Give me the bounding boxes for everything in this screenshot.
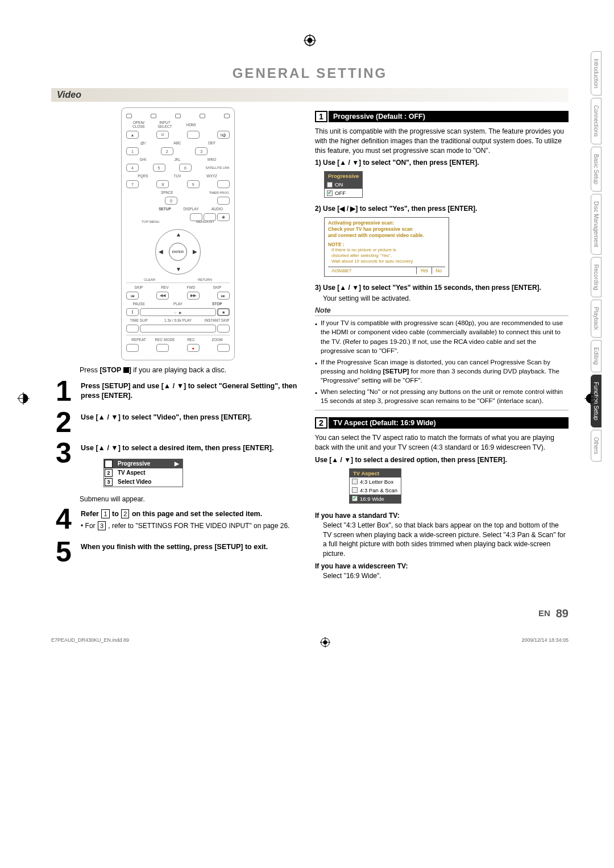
substep-4: Use [▲ / ▼] to select a desired option, … <box>315 456 569 464</box>
submenu-osd: 1Progressive▶ 2TV Aspect 3Select Video <box>103 459 183 487</box>
rev-icon: ◀◀ <box>156 292 169 300</box>
remote-illustration: OPEN/ CLOSE INPUT SELECT HDMI ▲ ⊙ I/⏻ .@… <box>121 107 235 360</box>
right-arrow-icon: ▶ <box>193 248 197 255</box>
osd-progressive: Progressive ON OFF <box>324 171 363 198</box>
widescreen-tv-heading: If you have a widescreen TV: <box>315 562 569 570</box>
section-header: Video <box>51 88 569 102</box>
step-5: 5 When you finish with the setting, pres… <box>51 541 305 563</box>
enter-button: ENTER <box>169 243 187 261</box>
step-2: 2 Use [▲ / ▼] to select "Video", then pr… <box>51 411 305 434</box>
open-close-button: ▲ <box>126 131 139 139</box>
skip-next-icon: ⏭ <box>217 292 230 300</box>
step-3: 3 Use [▲ / ▼] to select a desired item, … <box>51 442 305 491</box>
progressive-intro: This unit is compatible with the progres… <box>315 127 569 155</box>
submenu-note: Submenu will appear. <box>80 495 305 503</box>
stop-square-icon <box>123 367 129 373</box>
tab-disc-management[interactable]: Disc Management <box>591 194 601 255</box>
down-arrow-icon: ▼ <box>176 266 181 272</box>
crop-mark-right <box>584 392 597 406</box>
tab-editing[interactable]: Editing <box>591 340 601 372</box>
page-number: EN89 <box>51 607 569 620</box>
footer-right: 2009/12/14 18:34:05 <box>521 637 569 647</box>
play-icon: ○ ▶ <box>140 308 216 316</box>
substep-2: 2) Use [◀ / ▶] to select "Yes", then pre… <box>315 205 569 213</box>
substep-3-follow: Your setting will be activated. <box>323 294 569 304</box>
fwd-icon: ▶▶ <box>187 292 200 300</box>
rec-icon: ● <box>187 344 200 352</box>
tab-introduction[interactable]: Introduction <box>591 51 601 95</box>
note-heading: Note <box>315 306 569 314</box>
note-box: •If your TV is compatible with progressi… <box>315 315 569 410</box>
tab-playback[interactable]: Playback <box>591 300 601 338</box>
stop-icon: ■ <box>217 308 230 316</box>
crop-mark-bottom <box>320 637 330 647</box>
footer-left: E7PEAUD_DR430KU_EN.indd 89 <box>51 637 129 647</box>
page-title: GENERAL SETTING <box>51 65 569 81</box>
widescreen-tv-body: Select "16:9 Wide". <box>323 571 569 581</box>
osd-activate: Activating progressive scan: Check your … <box>324 217 449 276</box>
tab-basic-setup[interactable]: Basic Setup <box>591 147 601 192</box>
dpad: TOP MENU MENU/LIST ENTER ▲ ▼ ◀ ▶ CLEAR R… <box>144 223 212 280</box>
up-arrow-icon: ▲ <box>176 231 181 238</box>
banner-progressive: 1Progressive (Default : OFF) <box>315 111 569 122</box>
osd-tvaspect: TV Aspect 4:3 Letter Box 4:3 Pan & Scan … <box>349 468 401 504</box>
right-triangle-icon: ▶ <box>175 460 179 467</box>
substep-1: 1) Use [▲ / ▼] to select "ON", then pres… <box>315 159 569 167</box>
tab-connections[interactable]: Connections <box>591 98 601 144</box>
left-arrow-icon: ◀ <box>159 248 163 255</box>
crop-mark-top <box>51 34 569 48</box>
tab-recording[interactable]: Recording <box>591 257 601 298</box>
step-1: 1 Press [SETUP] and use [▲ / ▼] to selec… <box>51 380 305 403</box>
standard-tv-body: Select "4:3 Letter Box", so that black b… <box>323 521 569 559</box>
press-stop-text: Press [STOP ] if you are playing back a … <box>80 366 305 374</box>
pause-icon: ∥ <box>126 308 139 316</box>
banner-tvaspect: 2TV Aspect (Default: 16:9 Wide) <box>315 417 569 429</box>
section-label: Video <box>57 90 81 99</box>
crop-mark-left <box>17 392 30 406</box>
power-button: I/⏻ <box>217 131 230 139</box>
tab-others[interactable]: Others <box>591 430 601 462</box>
footer-meta: E7PEAUD_DR430KU_EN.indd 89 2009/12/14 18… <box>51 637 569 647</box>
input-select-button: ⊙ <box>156 131 169 139</box>
tvaspect-intro: You can select the TV aspect ratio to ma… <box>315 433 569 452</box>
substep-3: 3) Use [▲ / ▼] to select "Yes" within 15… <box>315 284 569 292</box>
standard-tv-heading: If you have a standard TV: <box>315 512 569 520</box>
step-4: 4 Refer 1 to 2 on this page and set the … <box>51 508 305 533</box>
hdmi-button <box>187 131 200 139</box>
skip-prev-icon: ⏮ <box>126 292 139 300</box>
